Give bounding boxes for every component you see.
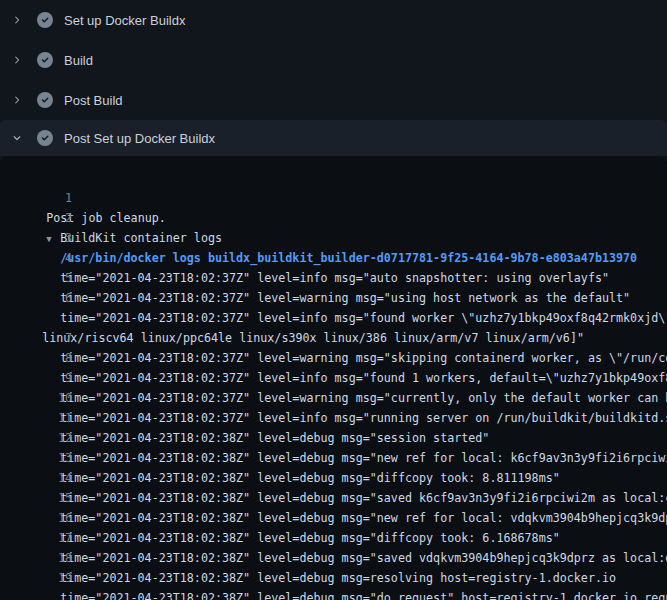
chevron-down-icon[interactable] <box>12 130 22 146</box>
log-text: time="2021-04-23T18:02:38Z" level=debug … <box>28 428 489 448</box>
log-text: linux/riscv64 linux/ppc64le linux/s390x … <box>28 328 584 348</box>
log-text: time="2021-04-23T18:02:38Z" level=debug … <box>28 448 667 468</box>
log-text: /usr/bin/docker logs buildx_buildkit_bui… <box>28 248 637 268</box>
log-line-number[interactable]: 11 <box>28 408 72 428</box>
step-row-build[interactable]: Build <box>0 40 667 80</box>
step-row-set-up-docker-buildx[interactable]: Set up Docker Buildx <box>0 0 667 40</box>
log-row: 1 Post job cleanup. <box>0 168 667 188</box>
log-line-number[interactable]: 13 <box>28 448 72 468</box>
log-row: 2 ▼BuildKit container logs <box>0 188 667 208</box>
log-text: time="2021-04-23T18:02:38Z" level=debug … <box>28 528 560 548</box>
log-line-number[interactable]: 5 <box>28 268 72 288</box>
step-label: Set up Docker Buildx <box>64 13 185 28</box>
chevron-right-icon[interactable] <box>12 52 22 68</box>
log-line-number[interactable]: 4 <box>28 248 72 268</box>
step-row-post-set-up-docker-buildx[interactable]: Post Set up Docker Buildx <box>0 120 667 156</box>
log-line-number[interactable]: 7 <box>28 328 72 348</box>
step-label: Post Build <box>64 93 123 108</box>
log-line-number[interactable]: 1 <box>28 188 72 208</box>
check-circle-icon <box>37 92 53 108</box>
log-line-number[interactable]: 10 <box>28 388 72 408</box>
log-text: time="2021-04-23T18:02:38Z" level=debug … <box>28 508 667 528</box>
log-line-number[interactable]: 9 <box>28 368 72 388</box>
log-text: time="2021-04-23T18:02:38Z" level=debug … <box>28 588 667 600</box>
log-line-number[interactable]: 8 <box>28 348 72 368</box>
log-line-number[interactable]: 17 <box>28 528 72 548</box>
chevron-right-icon[interactable] <box>12 92 22 108</box>
log-line-number[interactable]: 6 <box>28 288 72 308</box>
check-circle-icon <box>37 52 53 68</box>
log-text: time="2021-04-23T18:02:37Z" level=warnin… <box>28 348 667 368</box>
log-line-number[interactable]: 16 <box>28 508 72 528</box>
step-label: Build <box>64 53 93 68</box>
log-text: time="2021-04-23T18:02:37Z" level=info m… <box>28 368 667 388</box>
log-line-number[interactable]: 3 <box>28 228 72 248</box>
check-circle-icon <box>37 130 53 146</box>
log-text: time="2021-04-23T18:02:38Z" level=debug … <box>28 568 616 588</box>
log-line-number[interactable]: 19 <box>28 568 72 588</box>
step-row-post-build[interactable]: Post Build <box>0 80 667 120</box>
log-text: time="2021-04-23T18:02:37Z" level=info m… <box>28 408 667 428</box>
actions-log-viewer: Set up Docker Buildx Build Post Build Po… <box>0 0 667 600</box>
log-text: time="2021-04-23T18:02:37Z" level=info m… <box>28 308 667 328</box>
chevron-right-icon[interactable] <box>12 12 22 28</box>
log-text: time="2021-04-23T18:02:38Z" level=debug … <box>28 468 560 488</box>
check-circle-icon <box>37 12 53 28</box>
log-text: time="2021-04-23T18:02:37Z" level=info m… <box>28 268 609 288</box>
log-text: time="2021-04-23T18:02:38Z" level=debug … <box>28 548 667 568</box>
steps-list: Set up Docker Buildx Build Post Build Po… <box>0 0 667 156</box>
log-text: time="2021-04-23T18:02:38Z" level=debug … <box>28 488 667 508</box>
log-text: time="2021-04-23T18:02:37Z" level=warnin… <box>28 288 630 308</box>
log-text: time="2021-04-23T18:02:37Z" level=warnin… <box>28 388 667 408</box>
log-line-number[interactable]: 2 <box>28 208 72 228</box>
step-label: Post Set up Docker Buildx <box>64 131 215 146</box>
log-panel[interactable]: 1 Post job cleanup. 2 ▼BuildKit containe… <box>0 156 667 600</box>
log-line-number[interactable]: 12 <box>28 428 72 448</box>
log-line-number[interactable]: 15 <box>28 488 72 508</box>
log-line-number[interactable]: 14 <box>28 468 72 488</box>
log-line-number[interactable]: 18 <box>28 548 72 568</box>
